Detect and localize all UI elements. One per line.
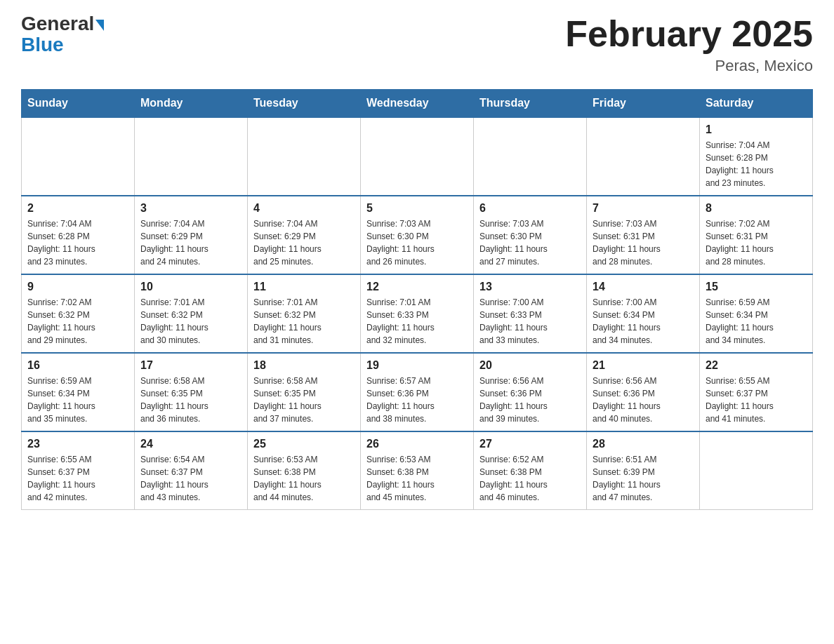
calendar-cell: 20Sunrise: 6:56 AM Sunset: 6:36 PM Dayli…: [474, 353, 587, 431]
calendar-cell: 27Sunrise: 6:52 AM Sunset: 6:38 PM Dayli…: [474, 431, 587, 510]
day-info: Sunrise: 7:03 AM Sunset: 6:31 PM Dayligh…: [593, 217, 694, 268]
calendar-cell: 21Sunrise: 6:56 AM Sunset: 6:36 PM Dayli…: [587, 353, 700, 431]
calendar-week-row: 9Sunrise: 7:02 AM Sunset: 6:32 PM Daylig…: [22, 274, 813, 353]
calendar-cell: [135, 117, 248, 196]
day-info: Sunrise: 6:59 AM Sunset: 6:34 PM Dayligh…: [706, 296, 807, 347]
calendar-cell: 2Sunrise: 7:04 AM Sunset: 6:28 PM Daylig…: [22, 196, 135, 274]
calendar-cell: 14Sunrise: 7:00 AM Sunset: 6:34 PM Dayli…: [587, 274, 700, 353]
day-info: Sunrise: 6:56 AM Sunset: 6:36 PM Dayligh…: [593, 375, 694, 425]
calendar-cell: 7Sunrise: 7:03 AM Sunset: 6:31 PM Daylig…: [587, 196, 700, 274]
calendar-cell: 11Sunrise: 7:01 AM Sunset: 6:32 PM Dayli…: [248, 274, 361, 353]
day-info: Sunrise: 7:04 AM Sunset: 6:28 PM Dayligh…: [706, 139, 807, 189]
calendar-cell: 28Sunrise: 6:51 AM Sunset: 6:39 PM Dayli…: [587, 431, 700, 510]
day-number: 5: [366, 202, 468, 215]
calendar-week-row: 2Sunrise: 7:04 AM Sunset: 6:28 PM Daylig…: [22, 196, 813, 274]
day-info: Sunrise: 7:01 AM Sunset: 6:32 PM Dayligh…: [140, 296, 241, 347]
day-number: 3: [140, 202, 241, 215]
calendar-cell: [361, 117, 474, 196]
day-number: 24: [140, 438, 241, 450]
day-number: 25: [253, 438, 355, 450]
calendar-week-row: 23Sunrise: 6:55 AM Sunset: 6:37 PM Dayli…: [22, 431, 813, 510]
weekday-header-wednesday: Wednesday: [361, 90, 474, 118]
month-title: February 2025: [565, 14, 813, 54]
day-info: Sunrise: 7:03 AM Sunset: 6:30 PM Dayligh…: [366, 217, 468, 268]
day-info: Sunrise: 7:03 AM Sunset: 6:30 PM Dayligh…: [479, 217, 581, 268]
day-info: Sunrise: 6:55 AM Sunset: 6:37 PM Dayligh…: [27, 453, 128, 504]
logo-part2: Blue: [21, 35, 64, 55]
weekday-header-thursday: Thursday: [474, 90, 587, 118]
day-info: Sunrise: 6:55 AM Sunset: 6:37 PM Dayligh…: [706, 375, 807, 425]
day-number: 21: [593, 359, 694, 372]
day-number: 4: [253, 202, 355, 215]
day-info: Sunrise: 7:04 AM Sunset: 6:28 PM Dayligh…: [27, 217, 128, 268]
title-block: February 2025 Peras, Mexico: [565, 14, 813, 75]
day-number: 28: [593, 438, 694, 450]
calendar-cell: 9Sunrise: 7:02 AM Sunset: 6:32 PM Daylig…: [22, 274, 135, 353]
weekday-header-row: SundayMondayTuesdayWednesdayThursdayFrid…: [22, 90, 813, 118]
day-info: Sunrise: 7:02 AM Sunset: 6:31 PM Dayligh…: [706, 217, 807, 268]
day-number: 19: [366, 359, 468, 372]
calendar-cell: [248, 117, 361, 196]
calendar-cell: 22Sunrise: 6:55 AM Sunset: 6:37 PM Dayli…: [700, 353, 813, 431]
calendar-cell: 3Sunrise: 7:04 AM Sunset: 6:29 PM Daylig…: [135, 196, 248, 274]
day-number: 13: [479, 281, 581, 293]
weekday-header-saturday: Saturday: [700, 90, 813, 118]
calendar-cell: 19Sunrise: 6:57 AM Sunset: 6:36 PM Dayli…: [361, 353, 474, 431]
day-number: 12: [366, 281, 468, 293]
day-info: Sunrise: 6:56 AM Sunset: 6:36 PM Dayligh…: [479, 375, 581, 425]
day-info: Sunrise: 7:04 AM Sunset: 6:29 PM Dayligh…: [140, 217, 241, 268]
calendar-cell: 16Sunrise: 6:59 AM Sunset: 6:34 PM Dayli…: [22, 353, 135, 431]
weekday-header-friday: Friday: [587, 90, 700, 118]
calendar-cell: 26Sunrise: 6:53 AM Sunset: 6:38 PM Dayli…: [361, 431, 474, 510]
day-info: Sunrise: 6:53 AM Sunset: 6:38 PM Dayligh…: [366, 453, 468, 504]
calendar-cell: 18Sunrise: 6:58 AM Sunset: 6:35 PM Dayli…: [248, 353, 361, 431]
calendar-cell: 5Sunrise: 7:03 AM Sunset: 6:30 PM Daylig…: [361, 196, 474, 274]
day-info: Sunrise: 6:58 AM Sunset: 6:35 PM Dayligh…: [140, 375, 241, 425]
day-info: Sunrise: 6:59 AM Sunset: 6:34 PM Dayligh…: [27, 375, 128, 425]
calendar-cell: 8Sunrise: 7:02 AM Sunset: 6:31 PM Daylig…: [700, 196, 813, 274]
day-number: 16: [27, 359, 128, 372]
calendar-cell: [700, 431, 813, 510]
day-number: 17: [140, 359, 241, 372]
calendar-header: SundayMondayTuesdayWednesdayThursdayFrid…: [22, 90, 813, 118]
day-number: 23: [27, 438, 128, 450]
day-number: 18: [253, 359, 355, 372]
day-number: 26: [366, 438, 468, 450]
calendar-cell: 10Sunrise: 7:01 AM Sunset: 6:32 PM Dayli…: [135, 274, 248, 353]
calendar-cell: 17Sunrise: 6:58 AM Sunset: 6:35 PM Dayli…: [135, 353, 248, 431]
day-number: 8: [706, 202, 807, 215]
calendar-body: 1Sunrise: 7:04 AM Sunset: 6:28 PM Daylig…: [22, 117, 813, 510]
calendar-cell: 6Sunrise: 7:03 AM Sunset: 6:30 PM Daylig…: [474, 196, 587, 274]
day-number: 2: [27, 202, 128, 215]
day-info: Sunrise: 7:01 AM Sunset: 6:32 PM Dayligh…: [253, 296, 355, 347]
day-number: 10: [140, 281, 241, 293]
page-header: General Blue February 2025 Peras, Mexico: [21, 14, 813, 75]
day-info: Sunrise: 7:04 AM Sunset: 6:29 PM Dayligh…: [253, 217, 355, 268]
day-info: Sunrise: 7:00 AM Sunset: 6:33 PM Dayligh…: [479, 296, 581, 347]
calendar-cell: [22, 117, 135, 196]
calendar-cell: 4Sunrise: 7:04 AM Sunset: 6:29 PM Daylig…: [248, 196, 361, 274]
day-number: 20: [479, 359, 581, 372]
calendar-cell: 13Sunrise: 7:00 AM Sunset: 6:33 PM Dayli…: [474, 274, 587, 353]
weekday-header-sunday: Sunday: [22, 90, 135, 118]
day-info: Sunrise: 7:02 AM Sunset: 6:32 PM Dayligh…: [27, 296, 128, 347]
day-number: 11: [253, 281, 355, 293]
calendar-cell: [587, 117, 700, 196]
day-number: 6: [479, 202, 581, 215]
calendar-cell: 15Sunrise: 6:59 AM Sunset: 6:34 PM Dayli…: [700, 274, 813, 353]
day-number: 15: [706, 281, 807, 293]
day-info: Sunrise: 7:01 AM Sunset: 6:33 PM Dayligh…: [366, 296, 468, 347]
weekday-header-tuesday: Tuesday: [248, 90, 361, 118]
calendar-cell: 23Sunrise: 6:55 AM Sunset: 6:37 PM Dayli…: [22, 431, 135, 510]
logo-part1: General: [21, 14, 104, 34]
day-info: Sunrise: 6:58 AM Sunset: 6:35 PM Dayligh…: [253, 375, 355, 425]
day-info: Sunrise: 7:00 AM Sunset: 6:34 PM Dayligh…: [593, 296, 694, 347]
calendar-cell: 1Sunrise: 7:04 AM Sunset: 6:28 PM Daylig…: [700, 117, 813, 196]
calendar-cell: 24Sunrise: 6:54 AM Sunset: 6:37 PM Dayli…: [135, 431, 248, 510]
day-number: 22: [706, 359, 807, 372]
day-number: 14: [593, 281, 694, 293]
day-number: 9: [27, 281, 128, 293]
day-info: Sunrise: 6:52 AM Sunset: 6:38 PM Dayligh…: [479, 453, 581, 504]
calendar-cell: [474, 117, 587, 196]
day-number: 7: [593, 202, 694, 215]
